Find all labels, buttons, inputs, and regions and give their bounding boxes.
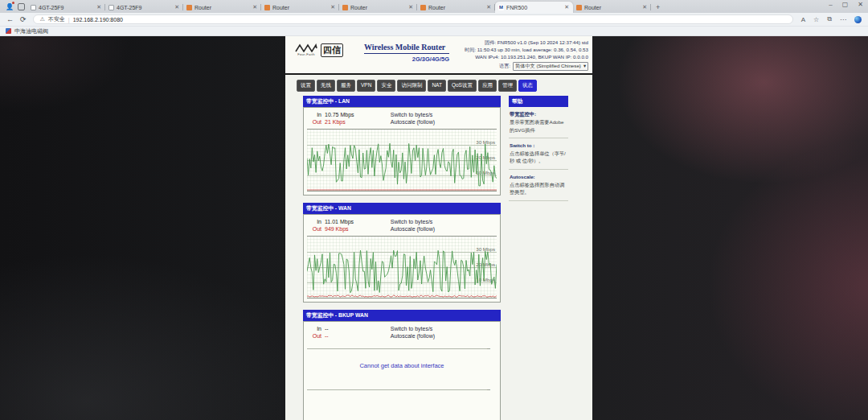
help-panel: 帮助 带宽监控中:显示带宽图表需要Adobe的SVG插件Switch to :点… bbox=[509, 96, 568, 420]
bkup-out-label: Out bbox=[307, 332, 321, 340]
router-orange-favicon-icon bbox=[342, 5, 348, 10]
browser-tab-router[interactable]: Router✕ bbox=[261, 2, 339, 13]
router-orange-favicon-icon bbox=[264, 5, 270, 10]
bkup-in-label: In bbox=[307, 325, 321, 332]
copilot-icon[interactable] bbox=[854, 16, 862, 23]
address-bar[interactable]: ⚠ 不安全 | 192.168.2.190:8080 bbox=[33, 14, 793, 24]
section-lan-title: 带宽监控中 - LAN bbox=[303, 96, 501, 107]
tab-close-icon[interactable]: ✕ bbox=[96, 4, 102, 10]
section-wan: 带宽监控中 - WAN In11.01 Mbps Out949 Kbps Swi… bbox=[303, 203, 501, 303]
browser-tab-fnr500[interactable]: MFNR500✕ bbox=[495, 2, 573, 13]
document-favicon-icon bbox=[108, 5, 114, 10]
photographed-monitor: 👤 4GT-25F9✕4GT-25F9✕Router✕Router✕Router… bbox=[0, 0, 868, 420]
page-title: Wireless Mobile Router bbox=[364, 43, 449, 54]
bkup-autoscale-link[interactable]: Autoscale (follow) bbox=[391, 332, 497, 340]
not-secure-label[interactable]: 不安全 bbox=[48, 15, 65, 23]
nav-tab-3[interactable]: VPN bbox=[357, 80, 375, 92]
browser-tab-4gt-25f9[interactable]: 4GT-25F9✕ bbox=[105, 2, 183, 13]
help-title: 帮助 bbox=[509, 96, 568, 107]
router-title-block: Wireless Mobile Router 2G/3G/4G/5G bbox=[364, 43, 449, 63]
nav-tab-5[interactable]: 访问限制 bbox=[397, 80, 426, 92]
router-orange-favicon-icon bbox=[186, 5, 192, 10]
page-subtitle: 2G/3G/4G/5G bbox=[364, 56, 449, 63]
tab-title: 4GT-25F9 bbox=[117, 5, 171, 10]
tab-list: 4GT-25F9✕4GT-25F9✕Router✕Router✕Router✕R… bbox=[27, 2, 651, 13]
nav-tab-6[interactable]: NAT bbox=[428, 80, 446, 92]
bkup-switch-units-link[interactable]: Switch to bytes/s bbox=[391, 325, 497, 332]
router-orange-favicon-icon bbox=[420, 5, 426, 10]
bkup-bandwidth-chart: -- Cannot get data about interface -- bbox=[307, 343, 497, 418]
profile-icon[interactable]: 👤 bbox=[5, 2, 14, 11]
browser-tab-4gt-25f9[interactable]: 4GT-25F9✕ bbox=[27, 2, 105, 13]
wan-switch-units-link[interactable]: Switch to bytes/s bbox=[391, 218, 497, 225]
nav-tab-0[interactable]: 设置 bbox=[297, 80, 315, 92]
read-aloud-icon[interactable]: A bbox=[801, 16, 805, 23]
lan-switch-units-link[interactable]: Switch to bytes/s bbox=[391, 111, 497, 118]
four-faith-favicon-icon: M bbox=[498, 5, 504, 10]
wan-autoscale-link[interactable]: Autoscale (follow) bbox=[391, 225, 497, 233]
close-icon[interactable]: ✕ bbox=[858, 1, 863, 8]
help-heading: Switch to : bbox=[510, 142, 567, 149]
lan-autoscale-link[interactable]: Autoscale (follow) bbox=[391, 118, 497, 126]
notification-dot-icon bbox=[12, 2, 14, 4]
router-header: Four-Faith 四信 Wireless Mobile Router 2G/… bbox=[285, 36, 592, 75]
minimize-icon[interactable]: – bbox=[829, 1, 832, 8]
nav-tab-10[interactable]: 状态 bbox=[518, 80, 537, 92]
logo-brand-text: Four-Faith bbox=[297, 52, 314, 56]
wan-out-label: Out bbox=[307, 225, 321, 233]
bookmark-item[interactable]: 中海油电磁阀 bbox=[14, 27, 48, 35]
section-bkup-wan: 带宽监控中 - BKUP WAN In-- Out-- Switch to by… bbox=[303, 310, 501, 420]
section-wan-title: 带宽监控中 - WAN bbox=[303, 203, 501, 214]
help-entry-1: Switch to :点击标签选择单位（字节/秒 或 位/秒）。 bbox=[509, 138, 568, 170]
wan-in-value: 11.01 Mbps bbox=[325, 218, 354, 225]
language-label: 语言: bbox=[499, 63, 510, 70]
wan-in-label: In bbox=[307, 218, 321, 225]
toolbar-icons: A ☆ ⧉ ⋯ bbox=[801, 15, 862, 23]
tab-actions-icon[interactable] bbox=[18, 3, 25, 10]
page-background: Four-Faith 四信 Wireless Mobile Router 2G/… bbox=[0, 36, 868, 420]
tab-close-icon[interactable]: ✕ bbox=[330, 4, 336, 10]
browser-tab-router[interactable]: Router✕ bbox=[573, 2, 651, 13]
tab-close-icon[interactable]: ✕ bbox=[485, 4, 492, 10]
maximize-icon[interactable]: ▢ bbox=[842, 1, 849, 8]
browser-tab-router[interactable]: Router✕ bbox=[339, 2, 417, 13]
language-select[interactable]: 简体中文 (Simplified Chinese) ▾ bbox=[513, 62, 588, 71]
bandwidth-sections: 带宽监控中 - LAN In10.75 Mbps Out21 Kbps Swit… bbox=[303, 96, 501, 420]
bkup-out-value: -- bbox=[325, 332, 329, 340]
time-info: 时间: 11:50:43 up 30 min, load average: 0.… bbox=[465, 47, 588, 54]
nav-tab-2[interactable]: 服务 bbox=[337, 80, 355, 92]
nav-tab-1[interactable]: 无线 bbox=[317, 80, 335, 92]
nav-tab-4[interactable]: 安全 bbox=[377, 80, 395, 92]
reload-icon[interactable]: ⟳ bbox=[20, 15, 27, 23]
tab-close-icon[interactable]: ✕ bbox=[641, 4, 648, 10]
new-tab-button[interactable]: + bbox=[656, 3, 660, 11]
nav-tab-7[interactable]: QoS设置 bbox=[448, 80, 477, 92]
lan-out-label: Out bbox=[307, 118, 321, 126]
wan-bandwidth-chart: 30 Mbps20 Mbps10 Mbps bbox=[307, 236, 497, 299]
url-text[interactable]: 192.168.2.190:8080 bbox=[73, 17, 123, 23]
nav-tab-8[interactable]: 应用 bbox=[478, 80, 497, 92]
zigzag-logo-icon bbox=[295, 43, 317, 52]
tab-close-icon[interactable]: ✕ bbox=[563, 4, 570, 10]
bookmark-favicon bbox=[6, 28, 11, 34]
system-info: 固件: FNR500 v1.0 (Sep 10 2024 12:37:44) s… bbox=[465, 39, 588, 71]
favorites-star-icon[interactable]: ☆ bbox=[813, 16, 819, 23]
bkup-in-value: -- bbox=[325, 325, 329, 332]
lan-out-value: 21 Kbps bbox=[325, 118, 346, 126]
tab-close-icon[interactable]: ✕ bbox=[174, 4, 180, 10]
more-menu-icon[interactable]: ⋯ bbox=[840, 16, 846, 23]
browser-tab-router[interactable]: Router✕ bbox=[183, 2, 261, 13]
browser-tab-strip: 👤 4GT-25F9✕4GT-25F9✕Router✕Router✕Router… bbox=[0, 0, 868, 13]
browser-tab-router[interactable]: Router✕ bbox=[417, 2, 495, 13]
help-text: 点击标签选择单位（字节/秒 或 位/秒）。 bbox=[510, 150, 567, 165]
collections-icon[interactable]: ⧉ bbox=[827, 15, 832, 23]
help-heading: Autoscale: bbox=[510, 173, 567, 180]
lan-bandwidth-chart: 30 Mbps20 Mbps10 Mbps bbox=[307, 129, 497, 191]
section-bkup-title: 带宽监控中 - BKUP WAN bbox=[303, 310, 501, 321]
tab-close-icon[interactable]: ✕ bbox=[252, 4, 258, 10]
back-icon[interactable]: ← bbox=[6, 15, 14, 23]
tab-title: Router bbox=[350, 5, 405, 10]
tab-close-icon[interactable]: ✕ bbox=[407, 4, 414, 10]
bookmarks-bar: 中海油电磁阀 bbox=[0, 26, 868, 36]
nav-tab-9[interactable]: 管理 bbox=[498, 80, 517, 92]
